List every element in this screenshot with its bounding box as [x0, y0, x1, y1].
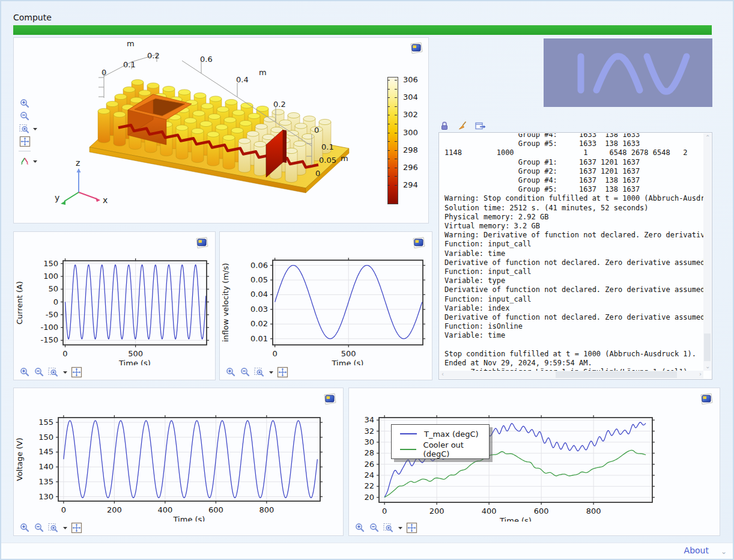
dropdown-caret-icon[interactable] — [32, 156, 38, 166]
log-hscroll-thumb[interactable] — [556, 371, 677, 378]
axis-3d-label: 0.2 — [273, 100, 286, 109]
plot-window-icon[interactable] — [411, 237, 426, 249]
model-3d-panel: m0.20.100.60.4m0.200.10.05m0 30630430230… — [13, 37, 429, 224]
plot-window-icon[interactable] — [323, 393, 337, 405]
scroll-up-icon[interactable]: ⌃ — [705, 135, 710, 141]
voltage-plot-canvas[interactable]: 0200400600800130135140145150155Time (s)V… — [14, 388, 343, 522]
plot-window-icon[interactable] — [195, 237, 209, 249]
colorbar-tick — [395, 185, 397, 186]
dropdown-caret-icon[interactable] — [397, 522, 403, 533]
scroll-down-icon[interactable]: ⌄ — [705, 364, 710, 370]
solver-log-text[interactable]: Group #4: 1633 138 1633 Group #5: 1633 1… — [440, 133, 703, 371]
plot-window-icon[interactable] — [699, 393, 714, 405]
zoom-box-icon[interactable] — [383, 522, 395, 533]
zoom-box-icon[interactable] — [19, 123, 31, 134]
svg-text:800: 800 — [259, 505, 274, 514]
log-horizontal-scrollbar[interactable]: ‹ › — [440, 371, 703, 379]
inflow-velocity-plot-canvas[interactable]: 05000.010.020.030.040.050.06Time (s)infl… — [220, 232, 432, 365]
lock-icon[interactable] — [438, 120, 450, 131]
svg-text:26: 26 — [364, 460, 374, 469]
app-window: Compute m0.20.100.60.4m0.200.10.05m0 306… — [0, 0, 734, 560]
svg-text:150: 150 — [38, 433, 53, 442]
log-vscroll-thumb[interactable] — [704, 333, 711, 361]
zoom-out-icon[interactable] — [19, 111, 31, 121]
default-3d-view-icon[interactable] — [19, 156, 31, 166]
colorbar-tick — [387, 159, 390, 159]
zoom-in-icon[interactable] — [19, 522, 31, 533]
svg-text:Current (A): Current (A) — [15, 281, 24, 324]
colorbar-tick — [387, 89, 390, 90]
battery-cell — [114, 115, 126, 147]
colorbar-tick — [387, 133, 390, 133]
status-bar: About ⌄ — [1, 543, 733, 559]
svg-text:0: 0 — [53, 297, 58, 306]
plot-toolbar — [225, 367, 288, 377]
zoom-in-icon[interactable] — [354, 522, 366, 533]
zoom-out-icon[interactable] — [33, 367, 45, 377]
battery-cell — [176, 128, 188, 160]
colorbar-tick-label: 306 — [403, 75, 418, 84]
svg-text:Time (s): Time (s) — [499, 516, 532, 522]
about-link[interactable]: About — [684, 546, 709, 555]
dropdown-caret-icon[interactable] — [62, 522, 68, 533]
dropdown-caret-icon[interactable] — [62, 367, 68, 377]
colorbar-tick — [387, 106, 390, 107]
legend-line-sample — [400, 433, 417, 434]
dropdown-caret-icon[interactable] — [32, 123, 38, 134]
colorbar-tick-label: 296 — [403, 163, 418, 172]
plot-toolbar — [354, 522, 417, 533]
current-plot-panel: 0500-150-100-50050100150Time (s)Current … — [13, 231, 216, 380]
zoom-box-icon[interactable] — [253, 367, 265, 377]
chevron-down-icon[interactable]: ⌄ — [721, 547, 727, 556]
log-toolbar — [438, 120, 487, 131]
svg-text:Voltage (V): Voltage (V) — [15, 438, 24, 481]
temperature-legend: T_max (degC)Cooler out (degC) — [391, 424, 490, 459]
svg-text:0: 0 — [273, 349, 278, 358]
log-vertical-scrollbar[interactable]: ⌃ ⌄ — [703, 133, 711, 371]
compute-label: Compute — [13, 13, 52, 22]
scroll-right-icon[interactable]: › — [699, 371, 702, 377]
axis-3d-label: m — [127, 39, 135, 48]
colorbar-tick — [395, 150, 397, 151]
colorbar-tick — [387, 185, 390, 186]
svg-text:34: 34 — [364, 415, 374, 424]
colorbar-tick — [387, 150, 390, 151]
zoom-box-icon[interactable] — [47, 522, 59, 533]
svg-text:0.04: 0.04 — [250, 290, 268, 299]
svg-text:150: 150 — [43, 259, 58, 268]
fit-view-icon[interactable] — [70, 367, 82, 377]
plot-window-icon[interactable] — [409, 42, 423, 54]
clear-log-broom-icon[interactable] — [456, 120, 469, 131]
fit-view-icon[interactable] — [276, 367, 288, 377]
scroll-left-icon[interactable]: ‹ — [441, 371, 444, 377]
series-Voltage — [64, 421, 318, 498]
zoom-out-icon[interactable] — [239, 367, 251, 377]
legend-label: T_max (degC) — [424, 430, 479, 439]
fit-view-icon[interactable] — [70, 522, 82, 533]
colorbar-tick — [395, 115, 397, 115]
svg-text:0.01: 0.01 — [250, 334, 268, 343]
svg-text:0.03: 0.03 — [250, 305, 268, 314]
zoom-in-icon[interactable] — [19, 367, 31, 377]
zoom-in-icon[interactable] — [225, 367, 237, 377]
zoom-out-icon[interactable] — [368, 522, 380, 533]
zoom-in-icon[interactable] — [19, 98, 31, 109]
colorbar-tick — [387, 97, 390, 98]
colorbar-tick — [395, 124, 397, 124]
voltage-plot-panel: 0200400600800130135140145150155Time (s)V… — [13, 388, 344, 536]
axis-3d-label: 0 — [314, 126, 319, 135]
svg-text:800: 800 — [586, 507, 601, 516]
svg-text:x: x — [103, 195, 108, 205]
view-toolbar-3d — [19, 98, 38, 166]
svg-text:140: 140 — [38, 462, 53, 471]
colorbar-tick — [387, 176, 390, 177]
zoom-box-icon[interactable] — [47, 367, 59, 377]
temperature-plot-panel: 02004006008002022242628303234Time (s) T_… — [348, 388, 720, 536]
fit-view-icon[interactable] — [19, 136, 31, 147]
open-in-window-icon[interactable] — [475, 120, 487, 131]
dropdown-caret-icon[interactable] — [268, 367, 274, 377]
zoom-out-icon[interactable] — [33, 522, 45, 533]
svg-text:-100: -100 — [40, 323, 58, 332]
fit-view-icon[interactable] — [405, 522, 417, 533]
current-plot-canvas[interactable]: 0500-150-100-50050100150Time (s)Current … — [14, 232, 215, 365]
